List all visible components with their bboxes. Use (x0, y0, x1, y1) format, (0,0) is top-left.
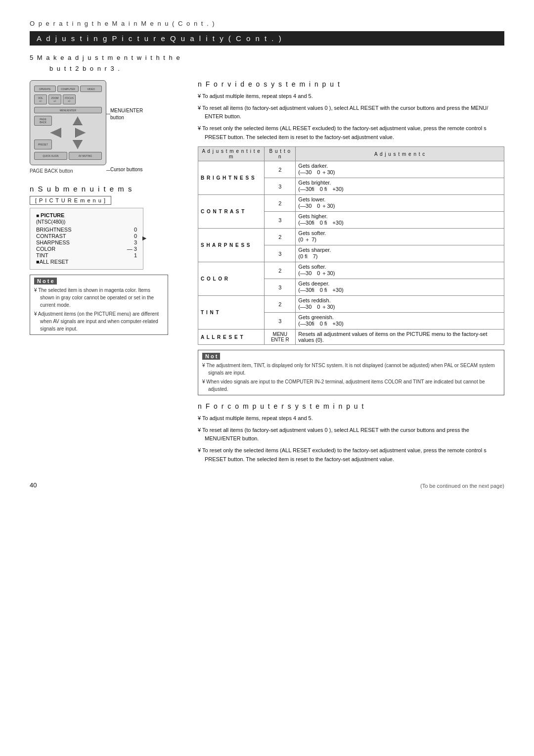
desc-tint-2: Gets reddish.(—30 0 ＋30) (296, 296, 504, 313)
desc-sharpness-3: Gets sharper.(0 fi 7) (296, 245, 504, 262)
desc-contrast-3: Gets higher.(—30fi 0 fi +30) (296, 212, 504, 229)
video-heading: n F o r v i d e o s y s t e m i n p u t (198, 80, 504, 88)
picture-menu-row-tint: TINT1 (36, 252, 137, 258)
computer-heading: n F o r c o m p u t e r s y s t e m i n … (198, 402, 504, 410)
table-row: S H A R P N E S S 2 Gets softer.(0 ＋ 7) (198, 229, 504, 245)
picture-menu-row-contrast: CONTRAST0 (36, 233, 137, 239)
video-bullet-2: ¥ To reset all items (to factory-set adj… (198, 104, 504, 121)
video-bullet-1: ¥ To adjust multiple items, repeat steps… (198, 92, 504, 101)
page-back-btn-remote: PAGEBACK (34, 116, 52, 126)
table-row: B R I G H T N E S S 2 Gets darker.(—30 0… (198, 161, 504, 178)
computer-bullet-2: ¥ To reset all items (to factory-set adj… (198, 426, 504, 443)
computer-bullet-3: ¥ To reset only the selected items (ALL … (198, 446, 504, 464)
page-number: 40 (30, 481, 37, 489)
item-brightness: B R I G H T N E S S (198, 161, 265, 195)
note-box-right: N o t ¥ The adjustment item, TINT, is di… (198, 350, 504, 395)
picture-menu-row-allreset: ■ALL RESET (36, 259, 137, 265)
av-muting-btn: AV MUTING (69, 152, 102, 160)
cursor-label: Cursor buttons (110, 167, 143, 172)
page-back-label: PAGE BACK button (30, 168, 183, 174)
picture-menu-box: ■ PICTURE (NTSC(480i)) BRIGHTNESS0 CONTR… (30, 208, 143, 270)
btn-2-brightness: 2 (265, 161, 296, 178)
desc-contrast-2: Gets lower.(—30 0 ＋30) (296, 195, 504, 212)
desc-sharpness-2: Gets softer.(0 ＋ 7) (296, 229, 504, 245)
computer-bullet-1: ¥ To adjust multiple items, repeat steps… (198, 414, 504, 423)
menu-arrow-indicator: ► (141, 234, 148, 242)
note-bullet-2-right: ¥ When video signals are input to the CO… (202, 378, 500, 393)
arrow-right-btn (75, 128, 86, 138)
picture-menu-subtitle: (NTSC(480i)) (36, 219, 137, 225)
video-bullet-3: ¥ To reset only the selected items (ALL … (198, 124, 504, 142)
item-sharpness: S H A R P N E S S (198, 229, 265, 262)
picture-menu-title: ■ PICTURE (36, 212, 137, 218)
remote-diagram-wrapper: OPERATE COMPUTER VIDEO VOL+/- ZOOM+/- FO… (30, 80, 158, 165)
vol-btn: VOL+/- (34, 94, 47, 104)
desc-tint-3: Gets greenish.(—30fi 0 fi +30) (296, 313, 504, 330)
page-header: O p e r a t i n g t h e M a i n M e n u … (30, 20, 504, 27)
remote-control: OPERATE COMPUTER VIDEO VOL+/- ZOOM+/- FO… (30, 80, 106, 165)
btn-3-brightness: 3 (265, 178, 296, 195)
btn-3-color: 3 (265, 279, 296, 296)
note-bullet-2-left: ¥ Adjustment items (on the PICTURE menu)… (34, 310, 164, 332)
desc-allreset: Resets all adjustment values of items on… (296, 330, 504, 345)
note-bullet-1-right: ¥ The adjustment item, TINT, is displaye… (202, 362, 500, 377)
item-allreset: A L L R E S E T (198, 330, 265, 345)
menu-enter-btn: MENU/ENTER (34, 107, 102, 113)
preset-btn: PRESET (34, 140, 52, 149)
btn-3-tint: 3 (265, 313, 296, 330)
computer-btn: COMPUTER (57, 86, 79, 92)
btn-2-color: 2 (265, 262, 296, 279)
table-row: T I N T 2 Gets reddish.(—30 0 ＋30) (198, 296, 504, 313)
continued-text: (To be continued on the next page) (420, 483, 504, 489)
right-column: n F o r v i d e o s y s t e m i n p u t … (198, 80, 504, 467)
table-header-adjustment: A d j u s t m e n t c (296, 147, 504, 161)
table-row: A L L R E S E T MENUENTE R Resets all ad… (198, 330, 504, 345)
submenu-heading: n S u b m e n u i t e m s (30, 185, 183, 193)
desc-color-3: Gets deeper.(—30fi 0 fi +30) (296, 279, 504, 296)
item-color: C O L O R (198, 262, 265, 296)
video-btn: VIDEO (80, 86, 102, 92)
arrow-up-btn (73, 116, 83, 125)
btn-2-contrast: 2 (265, 195, 296, 212)
item-contrast: C O N T R A S T (198, 195, 265, 229)
desc-brightness-2: Gets darker.(—30 0 ＋30) (296, 161, 504, 178)
section-title-bar: A d j u s t i n g P i c t u r e Q u a l … (30, 31, 504, 46)
btn-2-sharpness: 2 (265, 229, 296, 245)
arrow-down-btn (73, 140, 83, 149)
btn-2-tint: 2 (265, 296, 296, 313)
desc-color-2: Gets softer.(—30 0 ＋30) (296, 262, 504, 279)
quick-align-btn: QUICK ALIGN (34, 152, 67, 160)
adjustment-table: A d j u s t m e n t i t e m B u t t o n … (198, 146, 504, 345)
note-box-left: N o t e ¥ The selected item is shown in … (30, 275, 168, 335)
operate-btn: OPERATE (34, 86, 56, 92)
arrow-left-btn (50, 128, 61, 138)
table-header-item: A d j u s t m e n t i t e m (198, 147, 265, 161)
picture-menu-row-brightness: BRIGHTNESS0 (36, 227, 137, 233)
picture-menu-row-color: COLOR— 3 (36, 246, 137, 252)
btn-3-contrast: 3 (265, 212, 296, 229)
table-row: C O L O R 2 Gets softer.(—30 0 ＋30) (198, 262, 504, 279)
item-tint: T I N T (198, 296, 265, 330)
step-heading: 5 M a k e a d j u s t m e n t w i t h t … (30, 52, 504, 74)
focus-btn: FOCUS+/- (63, 94, 76, 104)
note-title-left: N o t e (34, 278, 57, 284)
picture-menu-bracket: [ P I C T U R E m e n u ] (30, 196, 111, 205)
note-bullet-1-left: ¥ The selected item is shown in magenta … (34, 286, 164, 309)
btn-3-sharpness: 3 (265, 245, 296, 262)
table-header-button: B u t t o n (265, 147, 296, 161)
table-row: C O N T R A S T 2 Gets lower.(—30 0 ＋30) (198, 195, 504, 212)
picture-menu-row-sharpness: SHARPNESS3 (36, 239, 137, 245)
left-column: OPERATE COMPUTER VIDEO VOL+/- ZOOM+/- FO… (30, 80, 183, 467)
note-title-right: N o t (202, 353, 220, 360)
zoom-btn: ZOOM+/- (48, 94, 61, 104)
btn-allreset: MENUENTE R (265, 330, 296, 345)
desc-brightness-3: Gets brighter.(—30fi 0 fi +30) (296, 178, 504, 195)
menu-enter-label: MENU/ENTERbutton (110, 107, 143, 121)
